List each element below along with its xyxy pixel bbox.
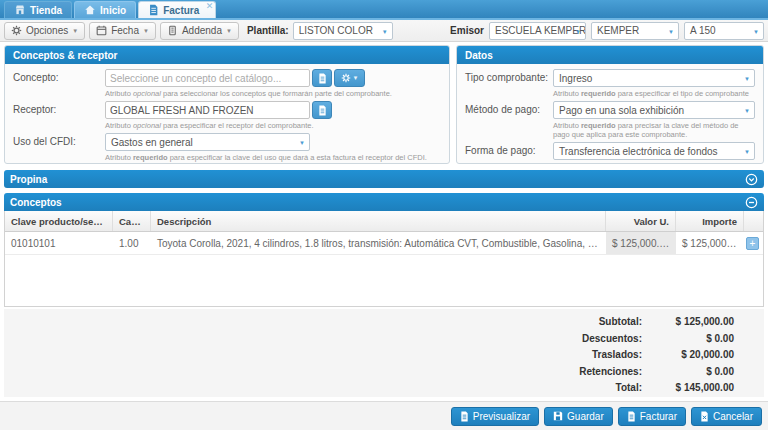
gear-icon <box>11 25 22 36</box>
chevron-down-icon: ▼ <box>575 29 581 35</box>
cancel-icon <box>700 411 709 422</box>
plus-icon[interactable]: + <box>746 237 759 250</box>
total-row-total: Total: $ 145,000.00 <box>4 382 734 399</box>
descuentos-label: Descuentos: <box>582 333 642 344</box>
cell-clave: 01010101 <box>5 232 113 254</box>
previsualizar-button[interactable]: Previsualizar <box>451 407 539 426</box>
plantilla-select[interactable]: LISTON COLOR ▼ <box>293 22 393 40</box>
serie-select[interactable]: KEMPER ▼ <box>591 22 679 40</box>
metodo-pago-help: Atributo requerido para precisar la clav… <box>553 121 755 139</box>
chevron-down-icon: ▼ <box>299 140 305 146</box>
cell-actions: + <box>744 232 763 254</box>
button-label: Guardar <box>567 411 604 422</box>
forma-pago-field: Forma de pago: Transferencia electrónica… <box>465 142 755 164</box>
addenda-icon <box>167 25 178 36</box>
circle-minus-icon[interactable] <box>745 196 758 209</box>
propina-panel-header: Propina <box>4 170 764 188</box>
table-row[interactable]: 01010101 1.00 Toyota Corolla, 2021, 4 ci… <box>5 232 763 255</box>
column-header-actions <box>744 211 763 231</box>
panel-body: Concepto: ▼ Atributo opci <box>5 64 449 162</box>
chevron-down-icon: ▼ <box>353 75 359 81</box>
receptor-help: Atributo opcional para especificar el re… <box>105 121 441 130</box>
chevron-down-icon: ▼ <box>72 28 78 34</box>
conceptos-panel-header: Conceptos <box>4 193 764 211</box>
tab-label: Inicio <box>100 5 126 16</box>
column-header-clave[interactable]: Clave producto/servicio <box>5 211 113 231</box>
receptor-input[interactable] <box>105 101 310 119</box>
uso-cfdi-help: Atributo requerido para especificar la c… <box>105 153 441 162</box>
folio-select[interactable]: A 150 ▼ <box>684 22 764 40</box>
opciones-button[interactable]: Opciones ▼ <box>4 22 85 40</box>
gear-icon <box>341 73 351 83</box>
chevron-down-icon: ▼ <box>744 108 750 114</box>
tipo-comprobante-help: Atributo requerido para especificar el t… <box>553 89 755 98</box>
tab-label: Tienda <box>30 5 62 16</box>
fecha-label: Fecha <box>111 25 139 36</box>
tipo-comprobante-select[interactable]: Ingreso ▼ <box>553 69 755 87</box>
column-header-cantidad[interactable]: Canti... <box>113 211 151 231</box>
total-row-descuentos: Descuentos: $ 0.00 <box>4 333 734 350</box>
panel-header: Conceptos & receptor <box>5 46 449 64</box>
chevron-down-icon: ▼ <box>753 29 759 35</box>
concepto-input[interactable] <box>105 69 310 87</box>
total-row-subtotal: Subtotal: $ 125,000.00 <box>4 316 734 333</box>
cancelar-button[interactable]: Cancelar <box>691 407 762 426</box>
main-toolbar: Opciones ▼ Fecha ▼ Addenda ▼ Plantilla: … <box>0 20 768 42</box>
facturar-button[interactable]: Facturar <box>618 407 686 426</box>
tab-factura[interactable]: Factura ✕ <box>138 1 216 18</box>
store-icon <box>14 4 26 16</box>
emisor-select[interactable]: ESCUELA KEMPER U ▼ <box>489 22 586 40</box>
receptor-catalog-button[interactable] <box>312 101 332 119</box>
guardar-button[interactable]: Guardar <box>544 407 613 426</box>
tipo-comprobante-label: Tipo comprobante: <box>465 69 553 87</box>
plantilla-label: Plantilla: <box>247 25 289 36</box>
column-header-descripcion[interactable]: Descripción <box>151 211 606 231</box>
cell-valor-u[interactable]: $ 125,000.00 <box>606 232 676 254</box>
tab-inicio[interactable]: Inicio <box>74 1 136 18</box>
preview-icon <box>460 411 469 422</box>
save-icon <box>553 411 563 421</box>
uso-cfdi-value: Gastos en general <box>111 137 193 148</box>
emisor-value: ESCUELA KEMPER U <box>495 25 586 36</box>
addenda-label: Addenda <box>182 25 222 36</box>
concepto-label: Concepto: <box>13 69 105 87</box>
concepto-catalog-button[interactable] <box>312 69 332 87</box>
concepto-help: Atributo opcional para seleccionar los c… <box>105 89 441 98</box>
fecha-button[interactable]: Fecha ▼ <box>89 22 156 40</box>
metodo-pago-select[interactable]: Pago en una sola exhibición ▼ <box>553 101 755 119</box>
metodo-pago-label: Método de pago: <box>465 101 553 119</box>
total-value: $ 145,000.00 <box>642 382 734 393</box>
traslados-value: $ 20,000.00 <box>642 349 734 360</box>
tab-tienda[interactable]: Tienda <box>4 1 72 18</box>
metodo-pago-field: Método de pago: Pago en una sola exhibic… <box>465 101 755 139</box>
circle-chevron-down-icon[interactable] <box>745 173 758 186</box>
conceptos-receptor-panel: Conceptos & receptor Concepto: ▼ <box>4 45 450 164</box>
calendar-icon <box>96 25 107 36</box>
grid-header-row: Clave producto/servicio Canti... Descrip… <box>5 211 763 232</box>
forma-pago-select[interactable]: Transferencia electrónica de fondos ▼ <box>553 142 755 160</box>
column-header-importe[interactable]: Importe <box>676 211 744 231</box>
home-icon <box>84 4 96 16</box>
panel-header: Datos <box>457 46 763 64</box>
total-row-retenciones: Retenciones: $ 0.00 <box>4 366 734 383</box>
conceptos-title: Conceptos <box>10 197 62 208</box>
tipo-comprobante-field: Tipo comprobante: Ingreso ▼ Atributo req… <box>465 69 755 98</box>
addenda-button[interactable]: Addenda ▼ <box>160 22 239 40</box>
conceptos-grid: Clave producto/servicio Canti... Descrip… <box>4 211 764 307</box>
subtotal-value: $ 125,000.00 <box>642 316 734 327</box>
opciones-label: Opciones <box>26 25 68 36</box>
close-icon[interactable]: ✕ <box>206 2 214 11</box>
concepto-options-button[interactable]: ▼ <box>334 69 365 87</box>
column-header-valor-u[interactable]: Valor U. <box>606 211 676 231</box>
chevron-down-icon: ▼ <box>143 28 149 34</box>
form-panels: Conceptos & receptor Concepto: ▼ <box>4 45 764 164</box>
datos-panel: Datos Tipo comprobante: Ingreso ▼ Atribu… <box>456 45 764 164</box>
button-label: Cancelar <box>713 411 753 422</box>
plantilla-value: LISTON COLOR <box>299 25 373 36</box>
cell-importe: $ 125,000.00 <box>676 232 744 254</box>
button-label: Previsualizar <box>473 411 530 422</box>
retenciones-label: Retenciones: <box>579 366 642 377</box>
uso-cfdi-select[interactable]: Gastos en general ▼ <box>105 133 310 151</box>
cell-cantidad: 1.00 <box>113 232 151 254</box>
folio-value: A 150 <box>690 25 716 36</box>
